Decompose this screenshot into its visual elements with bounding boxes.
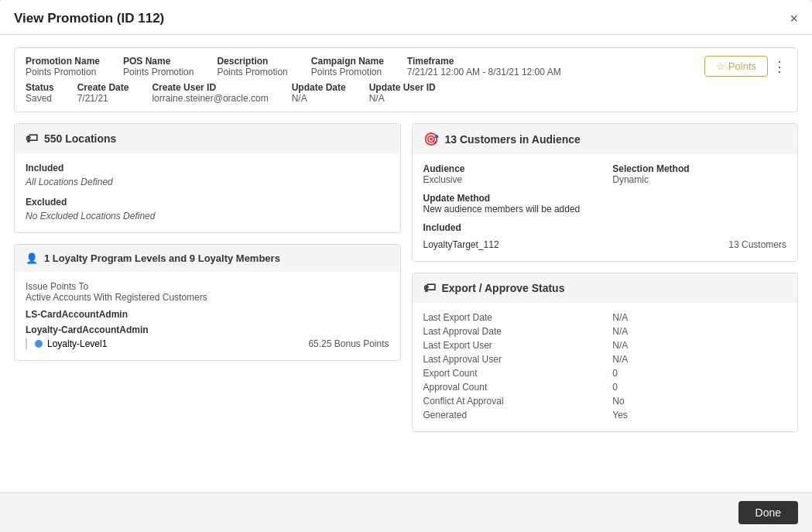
export-row-label-2: Last Export User <box>423 340 598 351</box>
update-method-value: New audience members will be added <box>423 204 787 215</box>
view-promotion-modal: View Promotion (ID 112) × Promotion Name… <box>0 0 812 532</box>
loyalty-level-left: Loyalty-Level1 <box>35 338 107 349</box>
update-date-value: N/A <box>292 93 346 104</box>
update-date-label: Update Date <box>292 82 346 93</box>
excluded-label: Excluded <box>26 197 389 208</box>
level-dot-icon <box>35 340 43 348</box>
modal-title: View Promotion (ID 112) <box>14 11 164 26</box>
create-user-value: lorraine.steiner@oracle.com <box>152 93 268 104</box>
right-column: 🎯 13 Customers in Audience Audience Excl… <box>412 123 799 480</box>
create-user-field: Create User ID lorraine.steiner@oracle.c… <box>152 82 268 104</box>
pos-name-value: Points Promotion <box>123 67 194 77</box>
loyalty-card-label: Loyalty-CardAccountAdmin <box>26 324 389 335</box>
export-row-label-4: Export Count <box>423 368 598 379</box>
campaign-name-value: Points Promotion <box>311 67 384 77</box>
loyalty-title: 1 Loyalty Program Levels and 9 Loyalty M… <box>44 252 280 264</box>
selection-method-label: Selection Method <box>612 163 786 174</box>
selection-method-value: Dynamic <box>612 174 786 185</box>
export-card: 🏷 Export / Approve Status Last Export Da… <box>412 273 799 432</box>
export-title: Export / Approve Status <box>442 282 565 294</box>
update-user-field: Update User ID N/A <box>369 82 436 104</box>
audience-left: Audience Exclusive <box>423 163 598 185</box>
export-row-value-0: N/A <box>612 312 786 323</box>
export-row-value-2: N/A <box>612 340 786 351</box>
export-row-value-4: 0 <box>612 368 786 379</box>
points-button-label: Points <box>728 60 756 72</box>
info-actions: ☆ Points ⋮ <box>704 56 786 77</box>
loyalty-target-name: LoyaltyTarget_112 <box>423 239 499 250</box>
points-button[interactable]: ☆ Points <box>704 56 768 77</box>
more-options-button[interactable]: ⋮ <box>773 58 786 75</box>
close-button[interactable]: × <box>790 12 798 26</box>
loyalty-target-count: 13 Customers <box>728 239 786 250</box>
loyalty-points: 65.25 Bonus Points <box>308 338 389 349</box>
status-label: Status <box>26 82 54 93</box>
audience-col-value: Exclusive <box>423 174 598 185</box>
export-icon: 🏷 <box>423 281 436 295</box>
description-field: Description Points Promotion <box>217 56 287 77</box>
create-date-value: 7/21/21 <box>77 93 129 104</box>
loyalty-icon: 👤 <box>26 252 38 264</box>
audience-card-header: 🎯 13 Customers in Audience <box>413 124 798 154</box>
audience-grid: Audience Exclusive Selection Method Dyna… <box>423 163 787 185</box>
create-date-label: Create Date <box>77 82 129 93</box>
pos-name-label: POS Name <box>123 56 194 67</box>
timeframe-field: Timeframe 7/21/21 12:00 AM - 8/31/21 12:… <box>407 56 561 77</box>
update-date-field: Update Date N/A <box>292 82 346 104</box>
export-card-header: 🏷 Export / Approve Status <box>413 273 798 303</box>
info-row-1: Promotion Name Points Promotion POS Name… <box>26 56 786 77</box>
create-date-field: Create Date 7/21/21 <box>77 82 129 104</box>
update-method-label: Update Method <box>423 193 787 204</box>
export-row-label-7: Generated <box>423 410 598 420</box>
export-row-value-3: N/A <box>612 354 786 365</box>
loyalty-level-row: Loyalty-Level1 65.25 Bonus Points <box>26 338 389 349</box>
issue-label: Issue Points To <box>26 281 389 292</box>
description-value: Points Promotion <box>217 67 287 77</box>
content-grid: 🏷 550 Locations Included All Locations D… <box>14 123 798 480</box>
promotion-name-label: Promotion Name <box>26 56 100 67</box>
audience-included-label: Included <box>423 222 787 233</box>
export-row-value-6: No <box>612 396 786 407</box>
export-row-value-7: Yes <box>612 410 786 420</box>
export-grid: Last Export Date N/A Last Approval Date … <box>423 312 787 420</box>
campaign-name-label: Campaign Name <box>311 56 384 67</box>
locations-title: 550 Locations <box>44 132 116 145</box>
loyalty-level-name: Loyalty-Level1 <box>47 338 107 349</box>
promotion-name-field: Promotion Name Points Promotion <box>26 56 100 77</box>
export-row-value-1: N/A <box>612 326 786 337</box>
info-row-2: Status Saved Create Date 7/21/21 Create … <box>26 82 786 104</box>
export-row-label-0: Last Export Date <box>423 312 598 323</box>
modal-body: Promotion Name Points Promotion POS Name… <box>0 35 812 493</box>
modal-footer: Done <box>0 493 812 532</box>
audience-included-section: Included <box>423 222 787 233</box>
audience-title: 13 Customers in Audience <box>445 133 581 146</box>
audience-icon: 🎯 <box>423 132 439 146</box>
promotion-name-value: Points Promotion <box>26 67 100 77</box>
update-method-section: Update Method New audience members will … <box>423 193 787 215</box>
audience-card: 🎯 13 Customers in Audience Audience Excl… <box>412 123 799 262</box>
export-row-label-6: Conflict At Approval <box>423 396 598 407</box>
loyalty-target-row: LoyaltyTarget_112 13 Customers <box>423 239 787 250</box>
timeframe-label: Timeframe <box>407 56 561 67</box>
status-value: Saved <box>26 93 54 104</box>
excluded-section: Excluded No Excluded Locations Defined <box>26 197 389 221</box>
excluded-value: No Excluded Locations Defined <box>26 211 389 221</box>
star-icon: ☆ <box>716 60 725 72</box>
audience-col-label: Audience <box>423 163 598 174</box>
export-row-value-5: 0 <box>612 382 786 393</box>
left-column: 🏷 550 Locations Included All Locations D… <box>14 123 401 480</box>
included-section: Included All Locations Defined <box>26 163 389 187</box>
included-label: Included <box>26 163 389 173</box>
loyalty-card-header: 👤 1 Loyalty Program Levels and 9 Loyalty… <box>15 245 400 272</box>
info-bar: Promotion Name Points Promotion POS Name… <box>14 47 798 112</box>
timeframe-value: 7/21/21 12:00 AM - 8/31/21 12:00 AM <box>407 67 561 77</box>
update-user-value: N/A <box>369 93 436 104</box>
export-row-label-3: Last Approval User <box>423 354 598 365</box>
locations-card-header: 🏷 550 Locations <box>15 124 400 153</box>
locations-card: 🏷 550 Locations Included All Locations D… <box>14 123 401 233</box>
export-row-label-5: Approval Count <box>423 382 598 393</box>
included-value: All Locations Defined <box>26 177 389 187</box>
done-button[interactable]: Done <box>738 501 798 524</box>
export-row-label-1: Last Approval Date <box>423 326 598 337</box>
status-field: Status Saved <box>26 82 54 104</box>
